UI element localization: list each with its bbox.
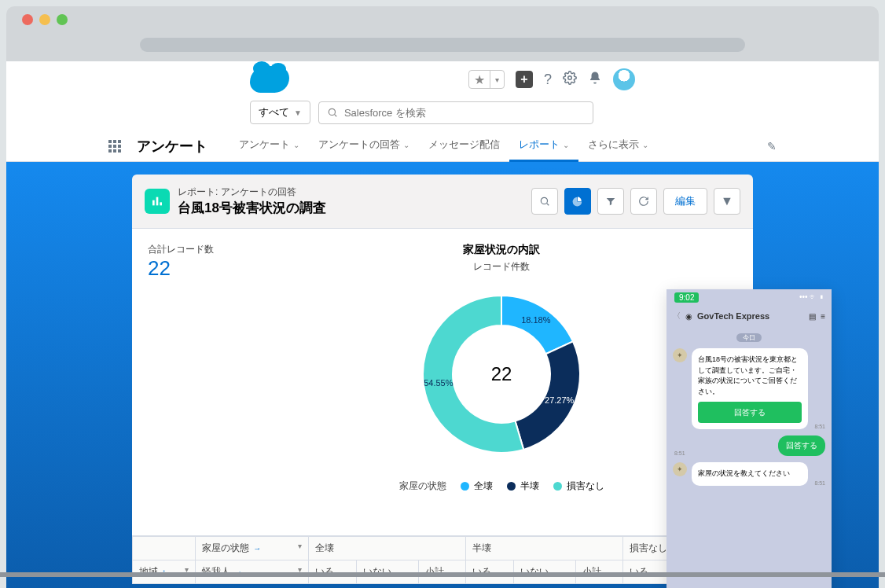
nav-item-アンケート[interactable]: アンケート ⌄ bbox=[230, 130, 309, 162]
summary-block: 合計レコード数 22 bbox=[148, 243, 242, 281]
nav-item-さらに表示[interactable]: さらに表示 ⌄ bbox=[578, 130, 658, 162]
browser-chrome bbox=[6, 6, 879, 61]
gear-icon[interactable] bbox=[563, 71, 577, 89]
search-button[interactable] bbox=[531, 188, 558, 215]
star-icon: ★ bbox=[469, 71, 490, 88]
global-header: ★ ▾ + ? bbox=[6, 61, 879, 97]
filter-button[interactable] bbox=[597, 188, 624, 215]
chart-toggle-button[interactable] bbox=[564, 188, 591, 215]
report-header: レポート: アンケートの回答 台風18号被害状況の調査 編集 ▼ bbox=[132, 175, 753, 229]
svg-text:27.27%: 27.27% bbox=[545, 395, 575, 405]
bell-icon[interactable] bbox=[588, 71, 602, 89]
add-button[interactable]: + bbox=[516, 71, 533, 88]
search-row: すべて▼ bbox=[6, 97, 879, 130]
summary-value: 22 bbox=[148, 256, 242, 281]
menu-icon[interactable]: ≡ bbox=[821, 312, 825, 321]
svg-rect-5 bbox=[160, 202, 162, 205]
search-input[interactable] bbox=[344, 107, 585, 119]
legend-item: 半壊 bbox=[507, 480, 539, 493]
app-name: アンケート bbox=[137, 137, 207, 156]
svg-line-2 bbox=[335, 115, 337, 117]
nav-item-レポート[interactable]: レポート ⌄ bbox=[509, 130, 578, 162]
svg-point-0 bbox=[568, 75, 572, 79]
donut-center-value: 22 bbox=[491, 363, 512, 385]
object-nav: アンケート アンケート ⌄アンケートの回答 ⌄メッセージ配信レポート ⌄さらに表… bbox=[6, 130, 879, 162]
summary-label: 合計レコード数 bbox=[148, 243, 242, 256]
chart-title: 家屋状況の内訳 bbox=[266, 243, 737, 257]
edit-button[interactable]: 編集 bbox=[663, 188, 707, 215]
window-max-dot[interactable] bbox=[57, 14, 68, 25]
back-icon[interactable]: 〈 bbox=[673, 311, 681, 322]
window-min-dot[interactable] bbox=[39, 14, 50, 25]
chart-subtitle: レコード件数 bbox=[266, 260, 737, 274]
refresh-button[interactable] bbox=[630, 188, 657, 215]
shield-icon: ◉ bbox=[685, 312, 692, 321]
phone-status-bar: 9:02 ••• ᯤ ▮ bbox=[667, 289, 832, 306]
report-card: レポート: アンケートの回答 台風18号被害状況の調査 編集 ▼ 合計レコード数… bbox=[132, 175, 753, 584]
edit-nav-icon[interactable]: ✎ bbox=[767, 140, 777, 153]
bot-message: 家屋の状況を教えてください bbox=[692, 462, 808, 486]
bot-avatar: ✦ bbox=[673, 462, 687, 476]
legend-item: 全壊 bbox=[461, 480, 493, 493]
report-icon bbox=[145, 189, 170, 214]
svg-text:54.55%: 54.55% bbox=[424, 378, 454, 388]
help-icon[interactable]: ? bbox=[544, 72, 552, 88]
svg-line-7 bbox=[547, 204, 549, 206]
svg-rect-3 bbox=[152, 200, 155, 206]
user-message: 回答する bbox=[778, 435, 825, 456]
search-scope-select[interactable]: すべて▼ bbox=[250, 101, 310, 124]
chevron-down-icon: ▾ bbox=[490, 71, 504, 88]
report-subtitle: レポート: アンケートの回答 bbox=[178, 186, 531, 199]
search-icon bbox=[327, 107, 338, 118]
favorite-dropdown[interactable]: ★ ▾ bbox=[468, 70, 505, 89]
user-avatar[interactable] bbox=[613, 68, 635, 90]
phone-chat-header: 〈 ◉ GovTech Express ▤ ≡ bbox=[667, 306, 832, 326]
app-frame: ★ ▾ + ? すべて▼ アンケート アンケート ⌄アンケートの回答 ⌄メッセー… bbox=[6, 61, 879, 588]
app-launcher-icon[interactable] bbox=[108, 140, 121, 153]
legend-item: 損害なし bbox=[553, 480, 604, 493]
nav-item-アンケートの回答[interactable]: アンケートの回答 ⌄ bbox=[309, 130, 419, 162]
donut-chart: 18.18%27.27%54.55% 22 bbox=[407, 280, 596, 469]
bot-avatar: ✦ bbox=[673, 348, 687, 362]
notes-icon[interactable]: ▤ bbox=[809, 312, 816, 321]
salesforce-logo[interactable] bbox=[250, 66, 289, 93]
nav-item-メッセージ配信[interactable]: メッセージ配信 bbox=[419, 130, 509, 162]
svg-rect-4 bbox=[156, 197, 159, 206]
svg-text:18.18%: 18.18% bbox=[521, 315, 551, 325]
bot-message: 台風18号の被害状況を東京都として調査しています。ご自宅・家族の状況についてご回… bbox=[692, 348, 808, 429]
svg-point-6 bbox=[541, 197, 547, 204]
phone-preview: 9:02 ••• ᯤ ▮ 〈 ◉ GovTech Express ▤ ≡ 今日 … bbox=[667, 289, 832, 588]
global-search[interactable] bbox=[318, 101, 593, 124]
answer-button[interactable]: 回答する bbox=[698, 402, 802, 423]
window-close-dot[interactable] bbox=[22, 14, 33, 25]
svg-point-1 bbox=[329, 108, 335, 115]
url-bar[interactable] bbox=[140, 38, 745, 52]
more-actions-button[interactable]: ▼ bbox=[714, 188, 740, 215]
report-title: 台風18号被害状況の調査 bbox=[178, 199, 531, 217]
